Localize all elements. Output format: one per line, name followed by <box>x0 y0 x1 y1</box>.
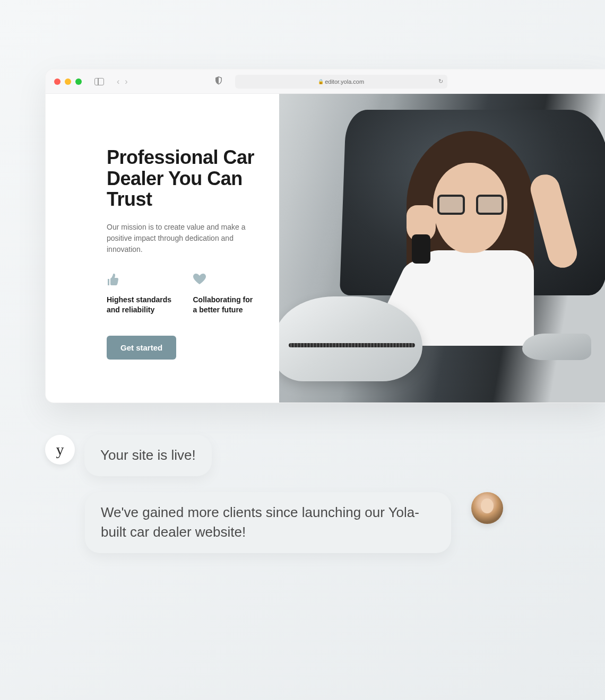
chat-message-brand: y Your site is live! <box>45 435 584 476</box>
address-bar-url: editor.yola.com <box>325 78 364 85</box>
maximize-window-button[interactable] <box>75 78 82 85</box>
traffic-lights <box>54 78 82 85</box>
chat-bubble: We've gained more clients since launchin… <box>85 492 451 553</box>
hero-image <box>279 94 605 402</box>
get-started-button[interactable]: Get started <box>107 336 176 360</box>
refresh-icon[interactable]: ↻ <box>438 78 443 85</box>
feature-collaborating: Collaborating for a better future <box>193 274 258 316</box>
chat-area: y Your site is live! We've gained more c… <box>45 435 584 569</box>
minimize-window-button[interactable] <box>65 78 71 85</box>
hero-title: Professional Car Dealer You Can Trust <box>107 147 258 210</box>
close-window-button[interactable] <box>54 78 60 85</box>
features-row: Highest standards and reliability Collab… <box>107 274 258 316</box>
browser-window: ‹ › 🔒 editor.yola.com ↻ Professional Car… <box>45 69 605 403</box>
hero-left-panel: Professional Car Dealer You Can Trust Ou… <box>46 94 279 402</box>
nav-forward-button[interactable]: › <box>125 77 127 86</box>
address-bar[interactable]: 🔒 editor.yola.com ↻ <box>235 75 447 89</box>
nav-back-button[interactable]: ‹ <box>117 77 119 86</box>
brand-avatar-letter: y <box>56 441 64 459</box>
brand-avatar: y <box>45 435 75 465</box>
sidebar-toggle-icon[interactable] <box>94 78 104 85</box>
user-avatar <box>471 492 503 524</box>
feature-text: Highest standards and reliability <box>107 295 172 316</box>
chat-message-user: We've gained more clients since launchin… <box>85 492 584 553</box>
thumbs-up-icon <box>107 274 172 285</box>
lock-icon: 🔒 <box>318 79 324 84</box>
heart-icon <box>193 274 258 285</box>
page-content: Professional Car Dealer You Can Trust Ou… <box>46 94 605 402</box>
privacy-shield-icon[interactable] <box>215 76 222 87</box>
hero-subtitle: Our mission is to create value and make … <box>107 222 258 255</box>
browser-chrome: ‹ › 🔒 editor.yola.com ↻ <box>46 69 605 94</box>
chat-bubble: Your site is live! <box>84 435 212 476</box>
feature-standards: Highest standards and reliability <box>107 274 172 316</box>
feature-text: Collaborating for a better future <box>193 295 258 316</box>
